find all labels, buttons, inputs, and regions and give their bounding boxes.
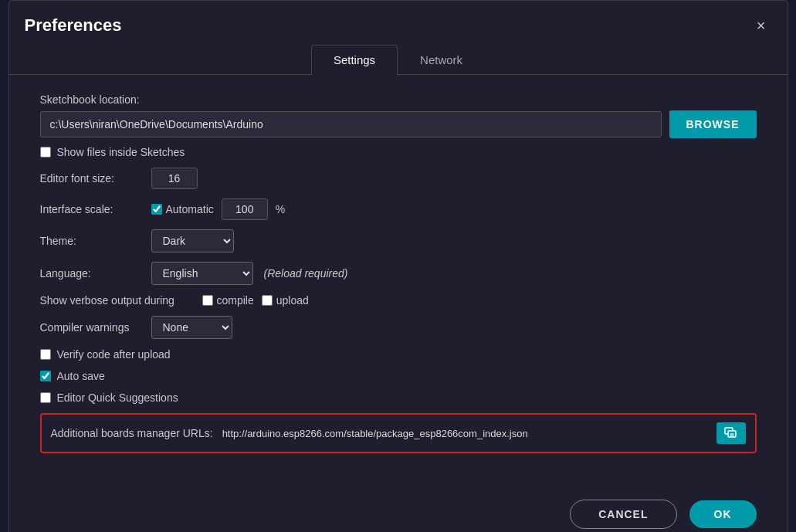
show-files-row: Show files inside Sketches (40, 146, 757, 158)
editor-font-size-input[interactable] (151, 168, 198, 189)
open-urls-list-button[interactable] (716, 422, 746, 444)
compile-verbose-checkbox[interactable] (202, 295, 213, 306)
verbose-label: Show verbose output during (40, 294, 195, 307)
auto-save-row: Auto save (40, 370, 757, 382)
sketchbook-row: BROWSE (40, 110, 757, 138)
sketchbook-path-input[interactable] (40, 111, 662, 137)
quick-suggestions-row: Editor Quick Suggestions (40, 391, 757, 404)
compile-verbose-label[interactable]: compile (217, 294, 254, 307)
scale-value-input[interactable] (222, 198, 268, 220)
compiler-warnings-row: Compiler warnings None Default More All (40, 316, 757, 339)
language-row: Language: English Deutsch Español França… (40, 262, 757, 285)
auto-scale-checkbox[interactable] (151, 204, 162, 215)
theme-row: Theme: Dark Light System (40, 229, 757, 252)
verify-code-row: Verify code after upload (40, 348, 757, 361)
tab-network[interactable]: Network (398, 45, 485, 75)
verbose-row: Show verbose output during compile uploa… (40, 294, 757, 307)
interface-scale-label: Interface scale: (40, 203, 141, 215)
percent-label: % (276, 203, 285, 215)
editor-font-size-label: Editor font size: (40, 172, 141, 185)
auto-save-label[interactable]: Auto save (57, 370, 105, 382)
sketchbook-label: Sketchbook location: (40, 93, 757, 106)
cancel-button[interactable]: CANCEL (570, 500, 676, 529)
quick-suggestions-label[interactable]: Editor Quick Suggestions (57, 391, 178, 404)
reload-note: (Reload required) (264, 267, 348, 280)
preferences-dialog: Preferences × Settings Network Sketchboo… (8, 0, 788, 532)
close-button[interactable]: × (750, 15, 772, 36)
quick-suggestions-checkbox[interactable] (40, 392, 51, 403)
additional-urls-label: Additional boards manager URLs: (51, 427, 213, 439)
language-label: Language: (40, 267, 141, 280)
tab-settings[interactable]: Settings (311, 45, 398, 75)
compile-verbose-item: compile (202, 294, 254, 307)
auto-save-checkbox[interactable] (40, 371, 51, 381)
compiler-warnings-label: Compiler warnings (40, 321, 141, 334)
dialog-title: Preferences (25, 15, 122, 36)
dialog-footer: CANCEL OK (9, 487, 788, 532)
theme-select[interactable]: Dark Light System (151, 229, 234, 252)
tab-bar: Settings Network (9, 44, 788, 75)
verify-code-label[interactable]: Verify code after upload (57, 348, 171, 361)
auto-check-group: Automatic (151, 203, 214, 215)
dialog-header: Preferences × (9, 1, 788, 44)
browse-button[interactable]: BROWSE (669, 110, 757, 138)
interface-scale-controls: Automatic % (151, 198, 286, 220)
upload-verbose-checkbox[interactable] (262, 295, 273, 306)
ok-button[interactable]: OK (689, 500, 757, 528)
additional-urls-input[interactable] (222, 428, 707, 439)
show-files-label[interactable]: Show files inside Sketches (57, 146, 185, 158)
verify-code-checkbox[interactable] (40, 349, 51, 360)
compiler-warnings-select[interactable]: None Default More All (151, 316, 232, 339)
editor-font-size-row: Editor font size: (40, 168, 757, 189)
language-select[interactable]: English Deutsch Español Français Italian… (151, 262, 253, 285)
show-files-checkbox[interactable] (40, 147, 51, 158)
upload-verbose-label[interactable]: upload (276, 294, 309, 307)
settings-content: Sketchbook location: BROWSE Show files i… (9, 75, 788, 487)
additional-urls-section: Additional boards manager URLs: (40, 413, 757, 453)
upload-verbose-item: upload (262, 294, 309, 307)
auto-scale-label[interactable]: Automatic (166, 203, 214, 215)
theme-label: Theme: (40, 235, 141, 247)
interface-scale-row: Interface scale: Automatic % (40, 198, 757, 220)
